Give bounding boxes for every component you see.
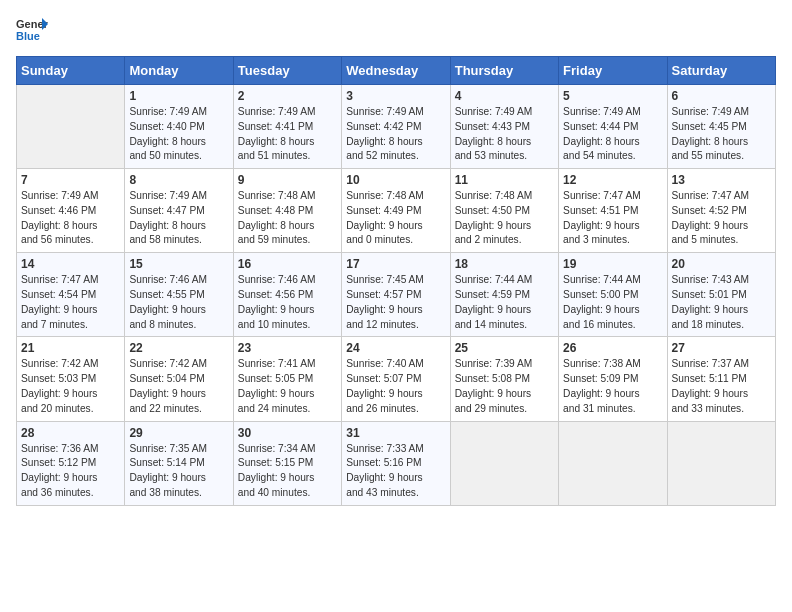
day-number: 30 bbox=[238, 426, 337, 440]
day-number: 25 bbox=[455, 341, 554, 355]
weekday-header: Thursday bbox=[450, 57, 558, 85]
day-detail: Sunrise: 7:38 AM Sunset: 5:09 PM Dayligh… bbox=[563, 357, 662, 416]
day-number: 20 bbox=[672, 257, 771, 271]
logo: General Blue bbox=[16, 16, 48, 44]
day-number: 12 bbox=[563, 173, 662, 187]
weekday-header: Friday bbox=[559, 57, 667, 85]
calendar-cell: 10Sunrise: 7:48 AM Sunset: 4:49 PM Dayli… bbox=[342, 169, 450, 253]
calendar-cell: 16Sunrise: 7:46 AM Sunset: 4:56 PM Dayli… bbox=[233, 253, 341, 337]
day-number: 6 bbox=[672, 89, 771, 103]
day-detail: Sunrise: 7:49 AM Sunset: 4:47 PM Dayligh… bbox=[129, 189, 228, 248]
day-detail: Sunrise: 7:42 AM Sunset: 5:03 PM Dayligh… bbox=[21, 357, 120, 416]
calendar-week-row: 21Sunrise: 7:42 AM Sunset: 5:03 PM Dayli… bbox=[17, 337, 776, 421]
svg-text:Blue: Blue bbox=[16, 30, 40, 42]
weekday-header: Saturday bbox=[667, 57, 775, 85]
day-number: 4 bbox=[455, 89, 554, 103]
calendar-cell: 6Sunrise: 7:49 AM Sunset: 4:45 PM Daylig… bbox=[667, 85, 775, 169]
calendar-cell: 12Sunrise: 7:47 AM Sunset: 4:51 PM Dayli… bbox=[559, 169, 667, 253]
calendar-week-row: 28Sunrise: 7:36 AM Sunset: 5:12 PM Dayli… bbox=[17, 421, 776, 505]
calendar-cell bbox=[667, 421, 775, 505]
calendar-cell: 9Sunrise: 7:48 AM Sunset: 4:48 PM Daylig… bbox=[233, 169, 341, 253]
calendar-cell: 21Sunrise: 7:42 AM Sunset: 5:03 PM Dayli… bbox=[17, 337, 125, 421]
day-number: 19 bbox=[563, 257, 662, 271]
weekday-header: Sunday bbox=[17, 57, 125, 85]
calendar-cell bbox=[559, 421, 667, 505]
calendar-cell: 3Sunrise: 7:49 AM Sunset: 4:42 PM Daylig… bbox=[342, 85, 450, 169]
weekday-header: Monday bbox=[125, 57, 233, 85]
day-detail: Sunrise: 7:40 AM Sunset: 5:07 PM Dayligh… bbox=[346, 357, 445, 416]
day-detail: Sunrise: 7:39 AM Sunset: 5:08 PM Dayligh… bbox=[455, 357, 554, 416]
calendar-cell: 18Sunrise: 7:44 AM Sunset: 4:59 PM Dayli… bbox=[450, 253, 558, 337]
day-number: 2 bbox=[238, 89, 337, 103]
calendar-cell: 22Sunrise: 7:42 AM Sunset: 5:04 PM Dayli… bbox=[125, 337, 233, 421]
calendar-cell: 2Sunrise: 7:49 AM Sunset: 4:41 PM Daylig… bbox=[233, 85, 341, 169]
day-detail: Sunrise: 7:41 AM Sunset: 5:05 PM Dayligh… bbox=[238, 357, 337, 416]
calendar-cell: 13Sunrise: 7:47 AM Sunset: 4:52 PM Dayli… bbox=[667, 169, 775, 253]
day-number: 29 bbox=[129, 426, 228, 440]
day-number: 7 bbox=[21, 173, 120, 187]
calendar-cell bbox=[450, 421, 558, 505]
calendar-cell: 1Sunrise: 7:49 AM Sunset: 4:40 PM Daylig… bbox=[125, 85, 233, 169]
day-detail: Sunrise: 7:36 AM Sunset: 5:12 PM Dayligh… bbox=[21, 442, 120, 501]
day-number: 23 bbox=[238, 341, 337, 355]
day-number: 10 bbox=[346, 173, 445, 187]
day-number: 5 bbox=[563, 89, 662, 103]
day-detail: Sunrise: 7:46 AM Sunset: 4:56 PM Dayligh… bbox=[238, 273, 337, 332]
calendar-cell: 26Sunrise: 7:38 AM Sunset: 5:09 PM Dayli… bbox=[559, 337, 667, 421]
calendar-header: SundayMondayTuesdayWednesdayThursdayFrid… bbox=[17, 57, 776, 85]
calendar-table: SundayMondayTuesdayWednesdayThursdayFrid… bbox=[16, 56, 776, 506]
day-number: 27 bbox=[672, 341, 771, 355]
day-detail: Sunrise: 7:34 AM Sunset: 5:15 PM Dayligh… bbox=[238, 442, 337, 501]
logo-icon: General Blue bbox=[16, 16, 48, 44]
day-detail: Sunrise: 7:49 AM Sunset: 4:40 PM Dayligh… bbox=[129, 105, 228, 164]
day-number: 15 bbox=[129, 257, 228, 271]
day-number: 1 bbox=[129, 89, 228, 103]
calendar-week-row: 1Sunrise: 7:49 AM Sunset: 4:40 PM Daylig… bbox=[17, 85, 776, 169]
calendar-cell: 7Sunrise: 7:49 AM Sunset: 4:46 PM Daylig… bbox=[17, 169, 125, 253]
calendar-cell: 24Sunrise: 7:40 AM Sunset: 5:07 PM Dayli… bbox=[342, 337, 450, 421]
day-detail: Sunrise: 7:49 AM Sunset: 4:42 PM Dayligh… bbox=[346, 105, 445, 164]
calendar-cell: 29Sunrise: 7:35 AM Sunset: 5:14 PM Dayli… bbox=[125, 421, 233, 505]
day-number: 18 bbox=[455, 257, 554, 271]
day-detail: Sunrise: 7:49 AM Sunset: 4:44 PM Dayligh… bbox=[563, 105, 662, 164]
day-detail: Sunrise: 7:48 AM Sunset: 4:50 PM Dayligh… bbox=[455, 189, 554, 248]
day-number: 16 bbox=[238, 257, 337, 271]
calendar-week-row: 7Sunrise: 7:49 AM Sunset: 4:46 PM Daylig… bbox=[17, 169, 776, 253]
day-number: 9 bbox=[238, 173, 337, 187]
day-number: 24 bbox=[346, 341, 445, 355]
day-detail: Sunrise: 7:42 AM Sunset: 5:04 PM Dayligh… bbox=[129, 357, 228, 416]
calendar-week-row: 14Sunrise: 7:47 AM Sunset: 4:54 PM Dayli… bbox=[17, 253, 776, 337]
day-detail: Sunrise: 7:45 AM Sunset: 4:57 PM Dayligh… bbox=[346, 273, 445, 332]
day-detail: Sunrise: 7:47 AM Sunset: 4:51 PM Dayligh… bbox=[563, 189, 662, 248]
day-detail: Sunrise: 7:47 AM Sunset: 4:52 PM Dayligh… bbox=[672, 189, 771, 248]
calendar-cell: 14Sunrise: 7:47 AM Sunset: 4:54 PM Dayli… bbox=[17, 253, 125, 337]
weekday-header: Wednesday bbox=[342, 57, 450, 85]
day-number: 17 bbox=[346, 257, 445, 271]
calendar-cell: 28Sunrise: 7:36 AM Sunset: 5:12 PM Dayli… bbox=[17, 421, 125, 505]
calendar-cell: 23Sunrise: 7:41 AM Sunset: 5:05 PM Dayli… bbox=[233, 337, 341, 421]
day-detail: Sunrise: 7:49 AM Sunset: 4:41 PM Dayligh… bbox=[238, 105, 337, 164]
day-number: 21 bbox=[21, 341, 120, 355]
day-number: 13 bbox=[672, 173, 771, 187]
calendar-cell: 11Sunrise: 7:48 AM Sunset: 4:50 PM Dayli… bbox=[450, 169, 558, 253]
day-detail: Sunrise: 7:46 AM Sunset: 4:55 PM Dayligh… bbox=[129, 273, 228, 332]
day-number: 28 bbox=[21, 426, 120, 440]
calendar-cell: 15Sunrise: 7:46 AM Sunset: 4:55 PM Dayli… bbox=[125, 253, 233, 337]
day-detail: Sunrise: 7:35 AM Sunset: 5:14 PM Dayligh… bbox=[129, 442, 228, 501]
day-detail: Sunrise: 7:33 AM Sunset: 5:16 PM Dayligh… bbox=[346, 442, 445, 501]
day-number: 11 bbox=[455, 173, 554, 187]
calendar-cell: 31Sunrise: 7:33 AM Sunset: 5:16 PM Dayli… bbox=[342, 421, 450, 505]
day-detail: Sunrise: 7:43 AM Sunset: 5:01 PM Dayligh… bbox=[672, 273, 771, 332]
day-detail: Sunrise: 7:47 AM Sunset: 4:54 PM Dayligh… bbox=[21, 273, 120, 332]
calendar-cell: 20Sunrise: 7:43 AM Sunset: 5:01 PM Dayli… bbox=[667, 253, 775, 337]
day-detail: Sunrise: 7:44 AM Sunset: 4:59 PM Dayligh… bbox=[455, 273, 554, 332]
calendar-cell: 8Sunrise: 7:49 AM Sunset: 4:47 PM Daylig… bbox=[125, 169, 233, 253]
day-number: 8 bbox=[129, 173, 228, 187]
calendar-body: 1Sunrise: 7:49 AM Sunset: 4:40 PM Daylig… bbox=[17, 85, 776, 506]
calendar-cell: 30Sunrise: 7:34 AM Sunset: 5:15 PM Dayli… bbox=[233, 421, 341, 505]
calendar-cell: 17Sunrise: 7:45 AM Sunset: 4:57 PM Dayli… bbox=[342, 253, 450, 337]
weekday-header: Tuesday bbox=[233, 57, 341, 85]
day-number: 31 bbox=[346, 426, 445, 440]
day-number: 22 bbox=[129, 341, 228, 355]
day-detail: Sunrise: 7:44 AM Sunset: 5:00 PM Dayligh… bbox=[563, 273, 662, 332]
